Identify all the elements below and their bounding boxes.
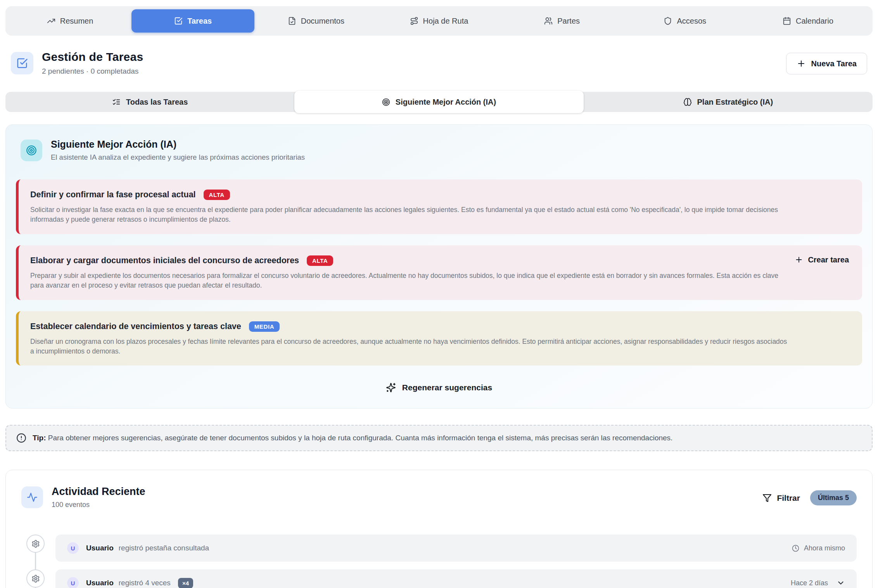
gear-icon — [26, 535, 45, 553]
target-icon — [382, 98, 390, 106]
suggestion-card-2: Elaborar y cargar documentos iniciales d… — [16, 245, 862, 300]
gear-icon — [26, 569, 45, 588]
suggestion-card-1: Definir y confirmar la fase procesal act… — [16, 179, 862, 234]
filter-button[interactable]: Filtrar — [762, 493, 800, 503]
tab-label: Tareas — [187, 17, 212, 26]
event-actor: Usuario — [86, 579, 114, 587]
page-subtitle: 2 pendientes · 0 completadas — [42, 67, 143, 76]
sparkles-icon — [386, 383, 396, 393]
plus-icon — [795, 255, 803, 264]
avatar: U — [67, 542, 79, 554]
activity-subtitle: 100 eventos — [52, 501, 145, 509]
tab-plan-estrategico[interactable]: Plan Estratégico (IA) — [584, 92, 873, 112]
target-icon — [21, 140, 42, 161]
ai-panel-subtitle: El asistente IA analiza el expediente y … — [51, 153, 305, 162]
tab-label: Resumen — [60, 17, 93, 26]
check-square-icon — [174, 17, 183, 25]
activity-row[interactable]: U Usuario registró pestaña consultada Ah… — [55, 535, 857, 562]
clock-icon — [792, 545, 799, 552]
event-count-badge: ×4 — [178, 578, 193, 588]
new-task-button[interactable]: Nueva Tarea — [786, 53, 867, 74]
suggestion-title: Definir y confirmar la fase procesal act… — [30, 190, 196, 200]
list-checks-icon — [112, 98, 121, 106]
funnel-icon — [762, 493, 772, 503]
alert-circle-icon — [16, 433, 26, 443]
trending-up-icon — [47, 17, 55, 25]
chevron-down-icon[interactable] — [837, 579, 845, 587]
view-tab-label: Todas las Tareas — [126, 98, 188, 107]
shield-icon — [664, 17, 672, 25]
route-icon — [410, 17, 418, 25]
new-task-label: Nueva Tarea — [811, 59, 857, 68]
tip-text: Tip: Para obtener mejores sugerencias, a… — [33, 434, 672, 442]
page-title: Gestión de Tareas — [42, 50, 143, 64]
activity-title: Actividad Reciente — [52, 486, 145, 498]
tab-documentos[interactable]: Documentos — [254, 9, 377, 33]
ai-suggestions-panel: Siguiente Mejor Acción (IA) El asistente… — [5, 124, 873, 409]
tab-hoja-de-ruta[interactable]: Hoja de Ruta — [377, 9, 500, 33]
tab-label: Hoja de Ruta — [423, 17, 468, 26]
brain-icon — [683, 98, 692, 106]
filter-label: Filtrar — [777, 493, 800, 503]
last-5-badge: Últimas 5 — [810, 490, 857, 505]
event-actor: Usuario — [86, 544, 114, 552]
view-tab-label: Plan Estratégico (IA) — [697, 98, 773, 107]
priority-badge: ALTA — [204, 190, 230, 200]
file-check-icon — [288, 17, 296, 25]
recent-activity-card: Actividad Reciente 100 eventos Filtrar Ú… — [5, 470, 873, 588]
tab-tareas[interactable]: Tareas — [131, 9, 254, 33]
event-time: Hace 2 días — [791, 579, 828, 587]
plus-icon — [797, 59, 806, 68]
tasks-page: Resumen Tareas Documentos Hoja de Ruta P… — [0, 0, 878, 588]
create-task-label: Crear tarea — [808, 255, 849, 264]
priority-badge: ALTA — [307, 255, 333, 266]
suggestion-description: Diseñar un cronograma con los plazos pro… — [30, 337, 790, 357]
priority-badge: MEDIA — [249, 321, 280, 332]
view-tab-bar: Todas las Tareas Siguiente Mejor Acción … — [5, 92, 873, 112]
tab-resumen[interactable]: Resumen — [9, 9, 131, 33]
page-header: Gestión de Tareas 2 pendientes · 0 compl… — [11, 50, 867, 76]
tab-calendario[interactable]: Calendario — [747, 9, 869, 33]
tab-label: Calendario — [796, 17, 833, 26]
regenerate-suggestions-button[interactable]: Regenerar sugerencias — [379, 379, 499, 397]
tip-label: Tip: — [33, 434, 46, 442]
tip-bar: Tip: Para obtener mejores sugerencias, a… — [5, 425, 873, 451]
create-task-button[interactable]: Crear tarea — [795, 255, 849, 264]
activity-pulse-icon — [21, 486, 43, 508]
tab-partes[interactable]: Partes — [501, 9, 624, 33]
suggestion-title: Establecer calendario de vencimientos y … — [30, 322, 241, 331]
tab-accesos[interactable]: Accesos — [624, 9, 747, 33]
regenerate-label: Regenerar sugerencias — [402, 383, 492, 392]
activity-row[interactable]: U Usuario registró 4 veces ×4 Hace 2 día… — [55, 569, 857, 588]
timeline-item: U Usuario registró pestaña consultada Ah… — [21, 535, 857, 562]
tasks-check-square-icon — [11, 52, 33, 74]
suggestion-description: Solicitar o investigar la fase exacta en… — [30, 205, 790, 225]
main-tab-bar: Resumen Tareas Documentos Hoja de Ruta P… — [5, 6, 873, 36]
suggestion-card-3: Establecer calendario de vencimientos y … — [16, 311, 862, 366]
suggestion-description: Preparar y subir al expediente los docum… — [30, 271, 790, 291]
activity-timeline: U Usuario registró pestaña consultada Ah… — [21, 535, 857, 588]
event-action: registró 4 veces — [119, 579, 171, 587]
tab-label: Partes — [557, 17, 580, 26]
avatar: U — [67, 577, 79, 588]
timeline-item: U Usuario registró 4 veces ×4 Hace 2 día… — [21, 569, 857, 588]
users-icon — [544, 17, 553, 25]
ai-panel-title: Siguiente Mejor Acción (IA) — [51, 139, 305, 150]
tab-siguiente-mejor-accion[interactable]: Siguiente Mejor Acción (IA) — [294, 91, 583, 113]
suggestion-title: Elaborar y cargar documentos iniciales d… — [30, 256, 299, 266]
tab-todas-las-tareas[interactable]: Todas las Tareas — [5, 92, 294, 112]
event-action: registró pestaña consultada — [119, 544, 209, 552]
calendar-icon — [783, 17, 791, 25]
tab-label: Accesos — [677, 17, 706, 26]
view-tab-label: Siguiente Mejor Acción (IA) — [396, 98, 496, 107]
tab-label: Documentos — [301, 17, 344, 26]
event-time: Ahora mismo — [804, 544, 845, 552]
